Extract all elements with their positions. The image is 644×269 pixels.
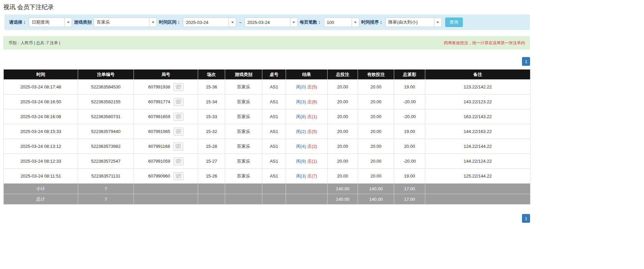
- footer-empty-cell: [198, 184, 225, 194]
- cell-total-bet[interactable]: 20.00: [328, 139, 358, 154]
- col-header-valid-bet: 有效投注: [358, 70, 394, 80]
- date-from-caret-button[interactable]: [229, 18, 236, 27]
- table-body: 2025-03-24 08:17:48 522363584530 6079919…: [4, 80, 530, 184]
- cards-icon: [176, 84, 181, 89]
- cell-total-bet[interactable]: 20.00: [328, 80, 358, 95]
- cell-time: 2025-03-24 08:16:08: [4, 109, 78, 124]
- view-cards-button[interactable]: [173, 172, 184, 180]
- cell-payout: 19.00: [394, 80, 425, 95]
- cell-remark: 144.22/163.22: [425, 124, 530, 139]
- cell-game-type: 百家乐: [225, 154, 262, 169]
- cell-valid-bet: 20.00: [358, 154, 394, 169]
- search-button[interactable]: 查询: [445, 18, 463, 27]
- cell-result: 闲(0)庄(5): [286, 80, 328, 95]
- summary-totals-text: 币别：人民币 | 总共 :7 注单 |: [8, 40, 60, 46]
- cell-remark: 125.22/144.22: [425, 169, 530, 184]
- select-type-caret-button[interactable]: [64, 18, 72, 27]
- date-to-dropdown[interactable]: 2025-03-24: [244, 18, 298, 27]
- select-type-value: 日期查询: [29, 19, 64, 25]
- footer-empty-cell: [286, 184, 328, 194]
- total-row: 总计 7 140.00 140.00 17.00: [4, 194, 530, 205]
- table-row: 2025-03-24 08:17:48 522363584530 6079919…: [4, 80, 530, 95]
- cell-round-id: 607991659: [134, 109, 198, 124]
- total-total-bet: 140.00: [328, 194, 358, 205]
- page-button-1[interactable]: 1: [522, 57, 530, 66]
- filter-bar: 请选择： 日期查询 游戏类别 百家乐 时间区间： 2025-03-24 ~ 20…: [4, 15, 530, 30]
- result-banker: 庄(8): [307, 99, 317, 104]
- cell-total-bet[interactable]: 20.00: [328, 95, 358, 109]
- page-button-1[interactable]: 1: [522, 214, 530, 223]
- col-header-bet-id: 注单编号: [78, 70, 134, 80]
- view-cards-button[interactable]: [173, 83, 184, 91]
- cell-total-bet[interactable]: 20.00: [328, 169, 358, 184]
- time-sort-caret-button[interactable]: [434, 18, 442, 27]
- footer-empty-cell: [286, 194, 328, 205]
- col-header-session: 场次: [198, 70, 225, 80]
- chevron-down-icon: [231, 22, 234, 23]
- cell-round-id: 607991168: [134, 139, 198, 154]
- cell-round-id: 607991938: [134, 80, 198, 95]
- bet-records-table: 时间 注单编号 局号 场次 游戏类别 桌号 结果 总投注 有效投注 总派彩 备注…: [3, 69, 530, 205]
- view-cards-button[interactable]: [173, 113, 184, 121]
- game-type-value: 百家乐: [94, 19, 149, 25]
- result-player: 闲(0): [296, 84, 306, 89]
- round-id-text: 607990960: [148, 173, 170, 179]
- cell-time: 2025-03-24 08:11:51: [4, 169, 78, 184]
- cell-payout: -20.00: [394, 154, 425, 169]
- view-cards-button[interactable]: [173, 157, 184, 165]
- view-cards-button[interactable]: [173, 142, 183, 151]
- round-id-text: 607991659: [148, 114, 170, 119]
- date-from-dropdown[interactable]: 2025-03-24: [183, 18, 236, 27]
- round-id-text: 607991938: [148, 84, 170, 89]
- table-row: 2025-03-24 08:16:08 522363580731 6079916…: [4, 109, 530, 124]
- chevron-down-icon: [436, 22, 439, 23]
- cell-remark: 144.22/124.22: [425, 154, 530, 169]
- col-header-time: 时间: [4, 70, 78, 80]
- cards-icon: [175, 144, 181, 149]
- col-header-table-no: 桌号: [262, 70, 286, 80]
- time-sort-dropdown[interactable]: 降幂(由大到小): [385, 18, 442, 27]
- page-size-label: 每页笔数：: [300, 19, 322, 25]
- page-size-caret-button[interactable]: [352, 18, 359, 27]
- cell-game-type: 百家乐: [225, 124, 262, 139]
- view-cards-button[interactable]: [173, 98, 184, 106]
- cell-table-no: AS1: [262, 139, 286, 154]
- cell-round-id: 607990960: [134, 169, 198, 184]
- cell-bet-id: 522363580731: [78, 109, 134, 124]
- subtotal-row: 小计 7 140.00 140.00 17.00: [4, 184, 530, 194]
- round-id-text: 607991059: [148, 159, 170, 164]
- cell-total-bet[interactable]: 20.00: [328, 109, 358, 124]
- cell-result: 闲(3)庄(7): [286, 169, 328, 184]
- subtotal-total-bet: 140.00: [328, 184, 358, 194]
- game-type-dropdown[interactable]: 百家乐: [94, 18, 157, 27]
- game-type-caret-button[interactable]: [149, 18, 157, 27]
- cell-payout: -20.00: [394, 95, 425, 109]
- table-row: 2025-03-24 08:15:33 522363579440 6079915…: [4, 124, 530, 139]
- select-type-label: 请选择：: [9, 19, 27, 25]
- total-label: 总计: [4, 194, 78, 205]
- result-banker: 庄(5): [307, 129, 317, 134]
- time-sort-label: 时间排序：: [361, 19, 383, 25]
- chevron-down-icon: [152, 22, 154, 23]
- cell-total-bet[interactable]: 20.00: [328, 124, 358, 139]
- cell-total-bet[interactable]: 20.00: [328, 154, 358, 169]
- game-type-label: 游戏类别: [74, 19, 92, 25]
- cell-session: 15-26: [198, 169, 225, 184]
- view-cards-button[interactable]: [173, 128, 184, 136]
- cell-table-no: AS1: [262, 154, 286, 169]
- date-to-caret-button[interactable]: [290, 18, 297, 27]
- cell-game-type: 百家乐: [225, 169, 262, 184]
- round-id-text: 607991168: [148, 144, 170, 149]
- result-banker: 庄(5): [307, 84, 317, 89]
- cards-icon: [176, 114, 181, 119]
- cell-remark: 163.22/143.22: [425, 109, 530, 124]
- cell-payout: 19.00: [394, 169, 425, 184]
- select-type-dropdown[interactable]: 日期查询: [29, 18, 72, 27]
- footer-empty-cell: [225, 184, 262, 194]
- subtotal-label: 小计: [4, 184, 78, 194]
- col-header-round-id: 局号: [134, 70, 198, 80]
- page-size-dropdown[interactable]: 100: [324, 18, 359, 27]
- cell-round-id: 607991774: [134, 95, 198, 109]
- footer-empty-cell: [198, 194, 225, 205]
- footer-empty-cell: [425, 184, 530, 194]
